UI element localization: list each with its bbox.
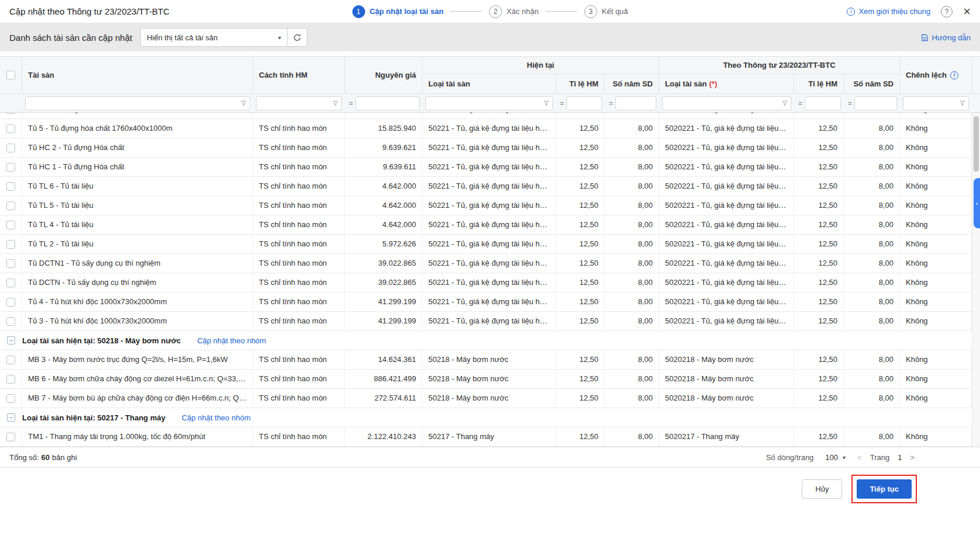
step-1-update-asset-type[interactable]: 1 Cập nhật loại tài sản bbox=[352, 5, 443, 18]
row-checkbox[interactable] bbox=[6, 182, 15, 191]
info-icon[interactable]: i bbox=[950, 71, 958, 79]
filter-current-rate-input[interactable] bbox=[570, 99, 598, 107]
row-checkbox[interactable] bbox=[6, 317, 15, 326]
new-asset-type[interactable]: 5020221 - Tủ, giá kệ đựng tài liệu ho... bbox=[659, 177, 794, 196]
row-checkbox[interactable] bbox=[6, 240, 15, 249]
table-row[interactable]: Tủ DCTN1 - Tủ sấy dụng cụ thí nghiệm TS … bbox=[0, 254, 972, 273]
table-row[interactable]: TM1 - Thang máy tải trọng 1.000kg, tốc đ… bbox=[0, 427, 972, 447]
previous-page-icon[interactable]: < bbox=[857, 453, 862, 462]
header-current-rate[interactable]: Tỉ lệ HM bbox=[556, 74, 605, 93]
step-2-confirm[interactable]: 2 Xác nhận bbox=[489, 5, 539, 18]
new-asset-type[interactable]: 5020221 - Tủ, giá kệ đựng tài liệu ho... bbox=[659, 273, 794, 292]
asset-filter-dropdown[interactable]: Hiển thị tất cả tài sản ▾ bbox=[140, 28, 288, 47]
header-asset[interactable]: Tài sản bbox=[22, 57, 253, 93]
row-checkbox[interactable] bbox=[6, 433, 15, 441]
row-checkbox[interactable] bbox=[6, 298, 15, 307]
table-row[interactable]: Tủ TL 6 - Tủ tài liệu TS chỉ tính hao mò… bbox=[0, 177, 972, 196]
collapse-minus-icon[interactable]: − bbox=[7, 413, 15, 422]
new-asset-type[interactable]: 5020218 - Máy bơm nước bbox=[659, 370, 794, 388]
new-asset-type[interactable]: 5020221 - Tủ, giá kệ đựng tài liệu ho... bbox=[659, 138, 794, 157]
side-panel-toggle[interactable]: ‹ bbox=[974, 178, 980, 228]
group-update-link[interactable]: Cập nhật theo nhóm bbox=[182, 413, 251, 422]
select-all-checkbox[interactable] bbox=[6, 71, 15, 79]
table-row[interactable]: Tủ TL 4 - Tủ tài liệu TS chỉ tính hao mò… bbox=[0, 215, 972, 235]
funnel-icon[interactable] bbox=[960, 100, 965, 106]
equals-operator[interactable]: = bbox=[560, 99, 564, 107]
table-row[interactable]: Tủ 5 - Tủ đựng hóa chất 1760x400x1000m T… bbox=[0, 119, 972, 138]
help-icon[interactable]: ? bbox=[941, 6, 953, 18]
row-checkbox[interactable] bbox=[6, 113, 15, 114]
funnel-icon[interactable] bbox=[782, 100, 788, 106]
header-cost[interactable]: Nguyên giá bbox=[345, 57, 423, 93]
new-asset-type[interactable]: 5020218 - Máy bơm nước bbox=[659, 350, 794, 369]
filter-current-type-input[interactable] bbox=[429, 99, 541, 107]
table-row[interactable]: Tủ TL 2 - Tủ tài liệu TS chỉ tính hao mò… bbox=[0, 235, 972, 254]
guide-link[interactable]: Hướng dẫn bbox=[921, 33, 971, 42]
new-asset-type[interactable]: 5020221 - Tủ, giá kệ đựng tài liệu ho... bbox=[659, 215, 794, 234]
new-asset-type[interactable]: 5020217 - Thang máy bbox=[659, 427, 794, 446]
table-row[interactable]: Tủ HC 1 - Tủ đựng Hóa chất TS chỉ tính h… bbox=[0, 158, 972, 177]
funnel-icon[interactable] bbox=[241, 100, 247, 106]
page-size-select[interactable]: 100 ▾ bbox=[825, 453, 846, 462]
new-asset-type[interactable]: 5020221 - Tủ, giá kệ đựng tài liệu ho... bbox=[659, 312, 794, 330]
group-update-link[interactable]: Cập nhật theo nhóm bbox=[197, 336, 266, 345]
new-asset-type[interactable]: 5020221 - Tủ, giá kệ đựng tài liệu ho... bbox=[659, 196, 794, 215]
header-current-type[interactable]: Loại tài sản bbox=[423, 74, 556, 93]
table-row[interactable]: MB 7 - Máy bơm bù áp chữa cháy động cơ đ… bbox=[0, 389, 972, 408]
table-row[interactable]: MB 6 - Máy bơm chữa cháy động cơ diezel … bbox=[0, 370, 972, 389]
table-row[interactable]: Tủ 3 - Tủ hút khí độc 1000x730x2000mm TS… bbox=[0, 312, 972, 331]
header-method[interactable]: Cách tính HM bbox=[253, 57, 345, 93]
funnel-icon[interactable] bbox=[543, 100, 549, 106]
row-checkbox[interactable] bbox=[6, 144, 15, 152]
step-3-result[interactable]: 3 Kết quả bbox=[584, 5, 628, 18]
header-current-years[interactable]: Số năm SD bbox=[605, 74, 659, 93]
row-checkbox[interactable] bbox=[6, 201, 15, 210]
new-asset-type[interactable]: 5020221 - Tủ, giá kệ đựng tài liệu ho... bbox=[659, 119, 794, 138]
intro-link[interactable]: i Xem giới thiệu chung bbox=[847, 7, 930, 16]
table-row[interactable]: Tủ DCTN - Tủ sấy dụng cụ thí nghiệm TS c… bbox=[0, 273, 972, 293]
row-checkbox[interactable] bbox=[6, 279, 15, 287]
filter-new-years-input[interactable] bbox=[858, 99, 894, 107]
equals-operator[interactable]: = bbox=[349, 99, 353, 107]
table-row[interactable]: Tủ TL 5 - Tủ tài liệu TS chỉ tính hao mò… bbox=[0, 196, 972, 215]
table-row[interactable]: MB 3 - Máy bơm nước trục đứng Q=2l/s, H=… bbox=[0, 350, 972, 370]
next-page-icon[interactable]: > bbox=[910, 453, 915, 462]
equals-operator[interactable]: = bbox=[798, 99, 802, 107]
filter-new-rate-input[interactable] bbox=[808, 99, 837, 107]
equals-operator[interactable]: = bbox=[609, 99, 613, 107]
header-new-type[interactable]: Loại tài sản (*) bbox=[659, 74, 794, 93]
row-checkbox[interactable] bbox=[6, 356, 15, 364]
row-checkbox[interactable] bbox=[6, 124, 15, 133]
new-asset-type[interactable]: 5020221 - Tủ, giá kệ đựng tài liệu ho... bbox=[659, 235, 794, 253]
header-new-rate[interactable]: Tỉ lệ HM bbox=[794, 74, 844, 93]
new-asset-type[interactable]: 5020218 - Máy bơm nước bbox=[659, 389, 794, 408]
row-checkbox[interactable] bbox=[6, 394, 15, 403]
scrollbar-thumb[interactable] bbox=[974, 116, 979, 172]
filter-method-input[interactable] bbox=[259, 99, 330, 107]
new-asset-type[interactable]: 5020221 - Tủ, giá kệ đựng tài liệu ho... bbox=[659, 158, 794, 176]
collapse-minus-icon[interactable]: − bbox=[7, 336, 15, 344]
vertical-scrollbar[interactable] bbox=[972, 113, 980, 447]
refresh-button[interactable] bbox=[288, 28, 307, 47]
equals-operator[interactable]: = bbox=[848, 99, 852, 107]
cancel-button[interactable]: Hủy bbox=[802, 479, 842, 499]
header-new-years[interactable]: Số năm SD bbox=[844, 74, 900, 93]
table-row[interactable]: Tủ HC 2 - Tủ đựng Hóa chất TS chỉ tính h… bbox=[0, 138, 972, 158]
funnel-icon[interactable] bbox=[333, 100, 338, 106]
continue-button[interactable]: Tiếp tục bbox=[857, 479, 912, 499]
filter-asset-input[interactable] bbox=[29, 99, 238, 107]
row-checkbox[interactable] bbox=[6, 163, 15, 172]
filter-current-years-input[interactable] bbox=[619, 99, 653, 107]
row-checkbox[interactable] bbox=[6, 375, 15, 384]
table-row[interactable]: Tủ 4 - Tủ hút khí độc 1000x730x2000mm TS… bbox=[0, 293, 972, 312]
header-diff[interactable]: Chênh lệch i bbox=[900, 57, 972, 93]
close-icon[interactable]: × bbox=[963, 5, 971, 18]
filter-cost-input[interactable] bbox=[359, 99, 416, 107]
table-body[interactable]: Tủ 6 - Tủ đựng hóa chất 1760x400x1000m T… bbox=[0, 113, 980, 447]
table-row[interactable]: Tủ 6 - Tủ đựng hóa chất 1760x400x1000m T… bbox=[0, 113, 972, 119]
filter-diff-input[interactable] bbox=[906, 99, 957, 107]
row-checkbox[interactable] bbox=[6, 221, 15, 229]
new-asset-type[interactable]: 5020221 - Tủ, giá kệ đựng tài liệu ho... bbox=[659, 254, 794, 273]
filter-new-type-input[interactable] bbox=[666, 99, 780, 107]
new-asset-type[interactable]: 5020221 - Tủ, giá kệ đựng tài liệu ho... bbox=[659, 113, 794, 119]
